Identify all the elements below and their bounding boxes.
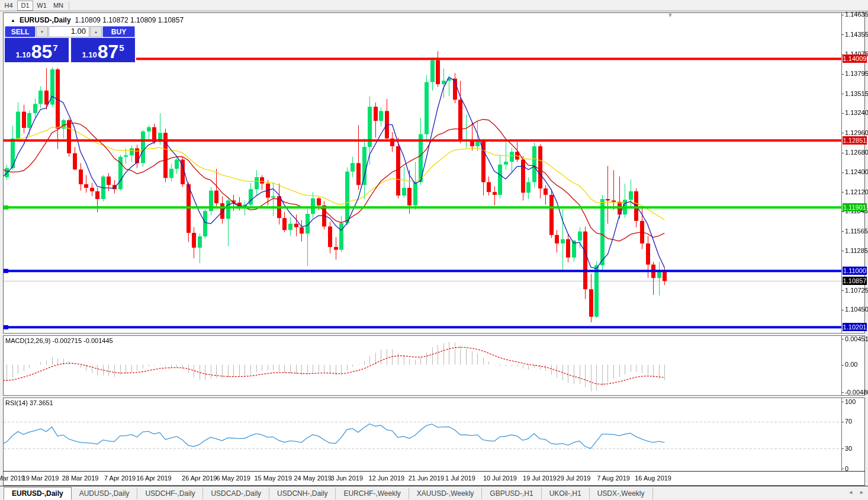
price-axis-label: 1.12680 (845, 149, 868, 156)
chart-tab[interactable]: USDCNH-,Daily (269, 488, 336, 499)
date-axis-label: 16 Aug 2019 (632, 475, 674, 482)
chart-tab[interactable]: EURCHF-,Weekly (336, 488, 409, 499)
chart-tab[interactable]: USDX-,Weekly (590, 488, 653, 499)
date-axis-label: 1 Jul 2019 (439, 475, 481, 482)
date-axis-label: 16 Apr 2019 (133, 475, 175, 482)
buy-price-point: 5 (119, 43, 124, 53)
chart-tab[interactable]: AUDUSD-,Daily (72, 488, 138, 499)
price-axis-label: 1.14355 (845, 31, 868, 39)
macd-axis-label: 0.00 (845, 361, 857, 368)
date-axis-label: 3 Jun 2019 (326, 475, 368, 482)
date-axis-label: 28 Mar 2019 (59, 475, 102, 482)
chart-ohlc-values: 1.10809 1.10872 1.10809 1.10857 (75, 16, 184, 24)
date-axis-label: 7 Aug 2019 (592, 475, 635, 482)
rsi-axis-label: 100 (845, 398, 856, 406)
sell-price-pips: 85 (31, 43, 53, 60)
price-level-badge: 1.11901 (843, 203, 867, 211)
rsi-axis-label: 70 (845, 418, 852, 425)
sell-price-point: 7 (53, 43, 57, 53)
sell-price[interactable]: 1.10 85 7 (5, 38, 69, 62)
macd-axis-label: -0.004806 (845, 389, 868, 396)
price-axis-label: 1.10725 (845, 287, 868, 294)
mt4-terminal: { "toolbar": { "timeframes": [ { "label"… (0, 0, 868, 500)
chart-shift-marker[interactable]: ▼ (667, 12, 673, 18)
price-axis-separator (841, 12, 842, 471)
buy-price[interactable]: 1.10 87 5 (71, 38, 135, 62)
chart-tab[interactable]: GBPUSD-,H1 (482, 488, 541, 499)
chart-tab[interactable]: USDCHF-,Daily (137, 488, 203, 499)
price-axis-label: 1.12400 (845, 168, 868, 176)
chart-tab[interactable]: EURUSD-,Daily (4, 487, 72, 500)
volume-decrease-button[interactable]: ▼ (36, 26, 48, 37)
price-axis-label: 1.11565 (845, 227, 868, 235)
price-level-badge: 1.11000 (843, 267, 867, 275)
chart-tab-bar: EURUSD-,DailyAUDUSD-,DailyUSDCHF-,DailyU… (0, 486, 868, 500)
date-axis-label: 19 Mar 2019 (19, 475, 62, 482)
rsi-panel-resize-handle[interactable] (3, 395, 865, 398)
price-level-badge: 1.14009 (843, 55, 867, 63)
one-click-trading-panel: SELL ▼ 1.00 ▲ BUY 1.10 85 7 1.10 87 5 (4, 25, 136, 63)
price-level-badge: 1.12851 (843, 136, 867, 145)
date-axis-label: 15 May 2019 (252, 475, 294, 482)
price-axis-label: 1.12120 (845, 188, 868, 196)
date-axis-label: 6 May 2019 (212, 475, 255, 482)
chart-symbol-period: EURUSD-,Daily (20, 16, 71, 24)
date-axis-separator (3, 471, 865, 472)
price-axis-label: 1.11285 (845, 247, 868, 255)
macd-label: MACD(12,26,9) -0.002715 -0.001445 (5, 337, 113, 344)
chart-tab[interactable]: UKOil-,H1 (542, 488, 590, 499)
price-axis-label: 1.13795 (845, 70, 868, 78)
date-axis-label: 12 Jun 2019 (365, 475, 408, 482)
price-axis-label: 1.12960 (845, 129, 868, 137)
chart-tab[interactable]: USDCAD-,Daily (203, 488, 269, 499)
date-axis-label: 29 Jul 2019 (552, 475, 595, 482)
macd-axis-label: 0.004517 (845, 335, 868, 343)
rsi-axis-label: 0 (845, 465, 848, 473)
sell-button[interactable]: SELL (5, 26, 36, 37)
buy-button[interactable]: BUY (102, 26, 135, 37)
rsi-axis-label: 30 (845, 445, 852, 453)
price-level-badge: 1.10201 (843, 323, 867, 331)
buy-price-major: 1.10 (82, 50, 97, 59)
volume-increase-button[interactable]: ▲ (90, 26, 102, 37)
volume-input[interactable]: 1.00 (49, 26, 89, 37)
tabs-scroll-right-button[interactable]: ► (859, 489, 864, 495)
buy-price-pips: 87 (98, 43, 119, 60)
price-axis-label: 1.13515 (845, 90, 868, 98)
price-axis-label: 1.10450 (845, 306, 868, 313)
tabs-scroll-left-button[interactable]: ◄ (848, 489, 853, 495)
sell-price-major: 1.10 (15, 50, 30, 59)
date-axis-label: 10 Jul 2019 (478, 475, 521, 482)
rsi-label: RSI(14) 37.3651 (5, 399, 53, 406)
price-axis-label: 1.14635 (845, 11, 868, 18)
chart-header: ▲ EURUSD-,Daily 1.10809 1.10872 1.10809 … (11, 16, 184, 24)
chart-tab[interactable]: XAUUSD-,Weekly (409, 488, 482, 499)
chart-canvas[interactable] (0, 0, 868, 500)
macd-panel-resize-handle[interactable] (3, 333, 865, 336)
price-axis-label: 1.13240 (845, 109, 868, 117)
price-level-badge: 1.10857 (843, 277, 867, 285)
collapse-arrow-icon[interactable]: ▲ (11, 18, 15, 23)
